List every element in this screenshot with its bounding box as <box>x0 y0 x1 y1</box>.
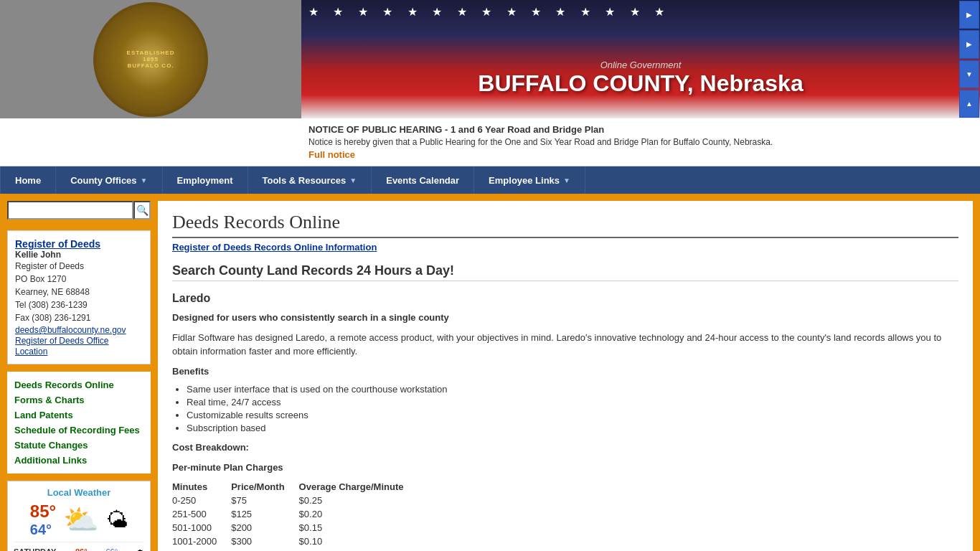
contact-fax: Fax (308) 236-1291 <box>15 311 143 324</box>
benefit-4: Subscription based <box>187 423 958 433</box>
saturday-label: SATURDAY <box>14 547 57 551</box>
row3-price: $200 <box>231 521 298 534</box>
contact-person: Kellie John <box>15 250 143 260</box>
col-minutes: Minutes <box>172 480 231 494</box>
online-govt-label: Online Government <box>301 60 980 70</box>
cost-title: Cost Breakdown: <box>172 441 958 455</box>
county-offices-arrow: ▼ <box>141 176 148 184</box>
page-subtitle-link[interactable]: Register of Deeds Records Online Informa… <box>172 242 958 253</box>
nav-employment[interactable]: Employment <box>163 166 248 194</box>
row3-minutes: 501-1000 <box>172 521 231 534</box>
notice-bar: NOTICE OF PUBLIC HEARING - 1 and 6 Year … <box>0 118 980 166</box>
nav-home[interactable]: Home <box>0 166 56 194</box>
table-row: 0-250 $75 $0.25 <box>172 494 418 507</box>
row4-price: $300 <box>231 534 298 548</box>
search-input[interactable] <box>7 201 133 220</box>
banner-stars: ★ ★ ★ ★ ★ ★ ★ ★ ★ ★ ★ ★ ★ ★ ★ <box>301 4 980 20</box>
contact-box: Register of Deeds Kellie John Register o… <box>7 230 151 364</box>
saturday-low: 66° <box>105 547 118 551</box>
seal-text: ESTABLISHED1855BUFFALO CO. <box>127 50 175 69</box>
weather-title: Local Weather <box>14 487 144 498</box>
main-wrapper: 🔍 Register of Deeds Kellie John Register… <box>0 194 980 551</box>
benefit-1: Same user interface that is used on the … <box>187 384 958 395</box>
slide-btn-4[interactable]: ▲ <box>959 90 979 118</box>
nav-tools-resources[interactable]: Tools & Resources ▼ <box>248 166 372 194</box>
col-price: Price/Month <box>231 480 298 494</box>
nav-events-calendar[interactable]: Events Calendar <box>372 166 474 194</box>
table-row: 501-1000 $200 $0.15 <box>172 521 418 534</box>
sidebar-nav: Deeds Records Online Forms & Charts Land… <box>7 372 151 474</box>
search-box: 🔍 <box>7 201 151 220</box>
benefit-3: Customizable results screens <box>187 410 958 420</box>
weather-day-saturday: SATURDAY 86° 66° 🌧 <box>14 546 144 551</box>
weather-icon2: 🌤 <box>106 508 128 532</box>
saturday-high: 86° <box>75 547 88 551</box>
description: Fidlar Software has designed Laredo, a r… <box>172 331 958 359</box>
sidebar-nav-land-patents[interactable]: Land Patents <box>14 408 143 423</box>
table-row: 251-500 $125 $0.20 <box>172 507 418 521</box>
weather-high: 85° <box>30 501 56 522</box>
nav-county-offices[interactable]: County Offices ▼ <box>56 166 162 194</box>
table-row: 1001-2000 $300 $0.10 <box>172 534 418 548</box>
row2-overage: $0.20 <box>299 507 418 521</box>
sidebar-nav-schedule-fees[interactable]: Schedule of Recording Fees <box>14 423 143 438</box>
contact-address2: Kearney, NE 68848 <box>15 286 143 298</box>
slide-btn-1[interactable]: ▶ <box>959 1 979 29</box>
tools-resources-arrow: ▼ <box>349 176 357 184</box>
banner-area: ★ ★ ★ ★ ★ ★ ★ ★ ★ ★ ★ ★ ★ ★ ★ Online Gov… <box>301 0 980 118</box>
contact-tel: Tel (308) 236-1239 <box>15 298 143 311</box>
pricing-table: Minutes Price/Month Overage Charge/Minut… <box>172 480 418 551</box>
page-title: Deeds Records Online <box>172 212 958 238</box>
row5-minutes: Unlimited <box>172 548 231 551</box>
search-button[interactable]: 🔍 <box>133 201 151 220</box>
weather-icon: ⛅ <box>63 503 99 537</box>
col-overage: Overage Charge/Minute <box>299 480 418 494</box>
saturday-icon: 🌧 <box>136 547 144 551</box>
sidebar: 🔍 Register of Deeds Kellie John Register… <box>0 194 158 551</box>
search-heading: Search County Land Records 24 Hours a Da… <box>172 263 958 281</box>
county-seal: ESTABLISHED1855BUFFALO CO. <box>93 2 208 117</box>
row4-overage: $0.10 <box>299 534 418 548</box>
benefits-list: Same user interface that is used on the … <box>187 384 958 433</box>
row4-minutes: 1001-2000 <box>172 534 231 548</box>
main-nav: Home County Offices ▼ Employment Tools &… <box>0 166 980 194</box>
slideshow-controls: ▶ ▶ ▼ ▲ <box>958 0 980 118</box>
site-header: ESTABLISHED1855BUFFALO CO. ★ ★ ★ ★ ★ ★ ★… <box>0 0 980 118</box>
county-title: BUFFALO COUNTY, Nebraska <box>301 70 980 97</box>
row1-minutes: 0-250 <box>172 494 231 507</box>
designed-for: Designed for users who consistently sear… <box>172 311 958 325</box>
weather-days: SATURDAY 86° 66° 🌧 SUNDAY 90° 65° ☀ <box>14 542 144 551</box>
row1-price: $75 <box>231 494 298 507</box>
contact-address1: PO Box 1270 <box>15 273 143 286</box>
sidebar-nav-statute-changes[interactable]: Statute Changes <box>14 438 143 453</box>
main-content: Deeds Records Online Register of Deeds R… <box>158 201 973 551</box>
weather-main: 85° 64° ⛅ 🌤 <box>14 501 144 538</box>
weather-temps: 85° 64° <box>30 501 56 538</box>
contact-email-link[interactable]: deeds@buffalocounty.ne.gov <box>15 325 126 335</box>
notice-text: Notice is hereby given that a Public Hea… <box>308 137 951 147</box>
table-row: Unlimited $450 <box>172 548 418 551</box>
office-location-link[interactable]: Register of Deeds Office Location <box>15 336 109 357</box>
slide-btn-2[interactable]: ▶ <box>959 30 979 58</box>
sidebar-nav-additional-links[interactable]: Additional Links <box>14 453 143 468</box>
slide-btn-3[interactable]: ▼ <box>959 60 979 88</box>
weather-widget: Local Weather 85° 64° ⛅ 🌤 SATURDAY 86° 6… <box>7 481 151 551</box>
nav-employee-links[interactable]: Employee Links ▼ <box>474 166 585 194</box>
employee-links-arrow: ▼ <box>563 176 570 184</box>
benefit-2: Real time, 24/7 access <box>187 397 958 408</box>
benefits-title: Benefits <box>172 364 958 379</box>
contact-title-text: Register of Deeds <box>15 260 143 273</box>
row2-minutes: 251-500 <box>172 507 231 521</box>
row3-overage: $0.15 <box>299 521 418 534</box>
product-name: Laredo <box>172 292 958 305</box>
notice-title: NOTICE OF PUBLIC HEARING - 1 and 6 Year … <box>308 124 951 135</box>
notice-full-link[interactable]: Full notice <box>308 149 355 160</box>
register-of-deeds-link[interactable]: Register of Deeds <box>15 238 100 250</box>
row1-overage: $0.25 <box>299 494 418 507</box>
sidebar-nav-forms-charts[interactable]: Forms & Charts <box>14 392 143 408</box>
row5-price: $450 <box>231 548 298 551</box>
sidebar-nav-deeds-records[interactable]: Deeds Records Online <box>14 377 143 392</box>
banner-title: Online Government BUFFALO COUNTY, Nebras… <box>301 60 980 97</box>
row2-price: $125 <box>231 507 298 521</box>
plan-title: Per-minute Plan Charges <box>172 461 958 475</box>
